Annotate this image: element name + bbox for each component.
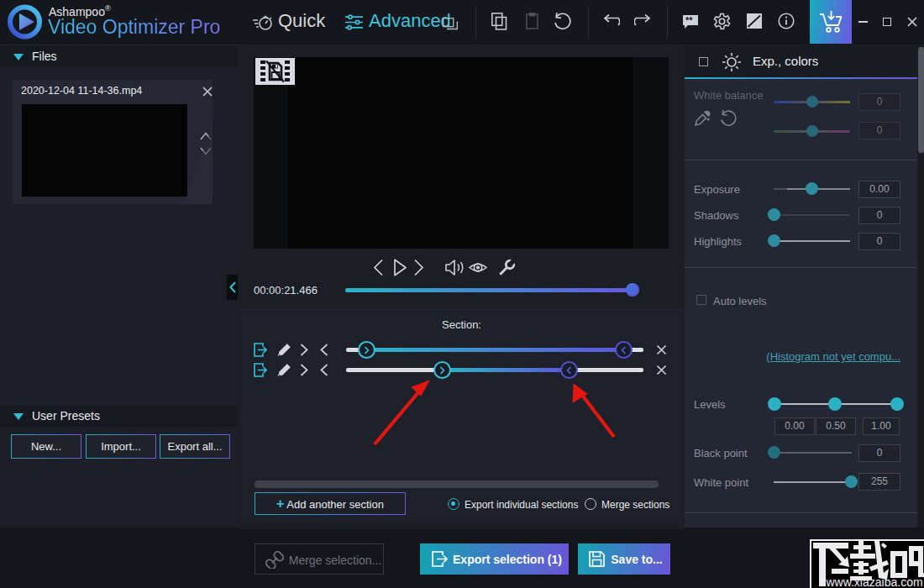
svg-text:www.xiazaiba.com: www.xiazaiba.com [825,575,922,588]
svg-text:**: ** [685,15,693,25]
